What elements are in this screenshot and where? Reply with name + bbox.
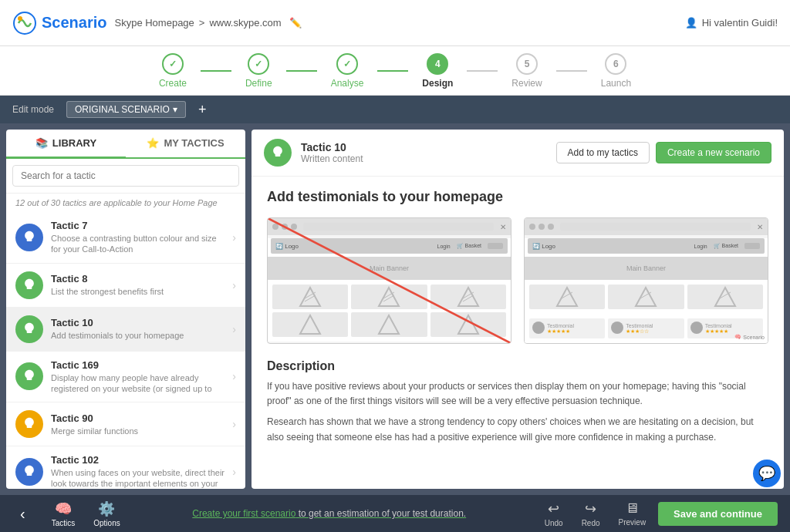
step-line-1	[201, 70, 231, 72]
options-btn[interactable]: ⚙️ Options	[93, 500, 120, 527]
tactic-detail-type: Written content	[301, 153, 547, 164]
tactic-name-169: Tactic 169	[51, 359, 225, 371]
chevron-down-icon: ▾	[173, 104, 177, 115]
wf-before-banner: Main Banner	[268, 257, 511, 280]
step-launch[interactable]: 6 Launch	[587, 53, 645, 89]
tab-library-label: LIBRARY	[52, 137, 96, 149]
wf-stars-3: ★★★★★	[705, 328, 732, 335]
wf-before-grid	[268, 280, 511, 342]
wf-cell-6	[430, 312, 506, 337]
wf-avatar-2	[611, 322, 623, 334]
tactic-detail-title: Tactic 10	[301, 141, 547, 153]
svg-marker-19	[715, 288, 735, 306]
wf-dot-3	[291, 224, 297, 230]
save-continue-btn[interactable]: Save and continue	[658, 502, 778, 526]
tactic-item-7[interactable]: Tactic 7 Choose a contrasting button col…	[6, 212, 245, 264]
tactic-heading: Add testimonials to your homepage	[267, 189, 768, 205]
redo-label: Redo	[582, 519, 600, 527]
breadcrumb-edit-icon[interactable]: ✏️	[289, 17, 302, 29]
tactics-label: Tactics	[52, 519, 76, 527]
search-input[interactable]	[12, 165, 239, 187]
tactic-item-102[interactable]: Tactic 102 When using faces on your webs…	[6, 446, 245, 489]
wf-after-cell-3	[687, 285, 763, 309]
description-section: Description If you have positive reviews…	[267, 359, 768, 445]
wf-testimonial-2: Testimonial ★★★☆☆	[608, 318, 684, 338]
options-icon: ⚙️	[98, 500, 115, 517]
add-to-tactics-btn[interactable]: Add to my tactics	[556, 142, 650, 163]
breadcrumb-site: Skype Homepage	[114, 17, 194, 29]
panel-tabs: 📚 LIBRARY ⭐ MY TACTICS	[6, 130, 245, 159]
tab-my-tactics[interactable]: ⭐ MY TACTICS	[126, 130, 245, 159]
step-line-4	[467, 70, 498, 72]
nav-back-btn[interactable]: ‹	[12, 497, 33, 530]
wf-after-grid	[525, 280, 768, 314]
tactic-item-10[interactable]: Tactic 10 Add testimonials to your homep…	[6, 308, 245, 352]
tactic-arrow-10: ›	[232, 323, 236, 335]
wf-cell-2	[351, 285, 427, 309]
step-review[interactable]: 5 Review	[498, 53, 555, 89]
tactic-item-8[interactable]: Tactic 8 List the strongest benefits fir…	[6, 264, 245, 308]
tactic-item-90[interactable]: Tactic 90 Merge similar functions ›	[6, 402, 245, 446]
edit-bar: Edit mode ORIGINAL SCENARIO ▾ +	[0, 96, 790, 123]
svg-marker-8	[458, 288, 478, 306]
desc-p2: Research has shown that we have a strong…	[267, 415, 768, 444]
breadcrumb-url: www.skype.com	[209, 17, 281, 29]
create-scenario-btn[interactable]: Create a new scenario	[656, 142, 771, 163]
center-suffix: to get an estimation of your test durati…	[295, 508, 466, 519]
wf-testimonials: Testimonial ★★★★★ Testimonial	[525, 314, 768, 343]
step-circle-launch: 6	[605, 53, 626, 75]
step-circle-design: 4	[427, 53, 448, 75]
step-label-review: Review	[511, 78, 542, 89]
tactics-btn[interactable]: 🧠 Tactics	[52, 500, 76, 527]
star-icon: ⭐	[147, 137, 159, 149]
tactic-desc-169: Display how many people have already reg…	[51, 372, 225, 395]
undo-btn[interactable]: ↩ Undo	[538, 500, 569, 527]
bottom-bar: ‹ 🧠 Tactics ⚙️ Options Create your first…	[0, 495, 790, 532]
wf-scenario-label: 🧠Scenario	[734, 334, 765, 340]
step-analyse[interactable]: ✓ Analyse	[317, 53, 378, 89]
step-circle-analyse: ✓	[336, 53, 358, 75]
step-design[interactable]: 4 Design	[408, 53, 467, 89]
nav-left: Scenario Skype Homepage > www.skype.com …	[12, 11, 302, 35]
right-header-actions: Add to my tactics Create a new scenario	[556, 142, 771, 163]
options-label: Options	[93, 519, 120, 527]
step-create[interactable]: ✓ Create	[145, 53, 201, 89]
redo-btn[interactable]: ↪ Redo	[576, 500, 606, 527]
tab-library[interactable]: 📚 LIBRARY	[6, 130, 126, 159]
wf-after-dot-3	[548, 224, 554, 230]
chat-bubble-btn[interactable]: 💬	[753, 460, 781, 487]
preview-btn[interactable]: 🖥 Preview	[613, 500, 653, 527]
bottom-center[interactable]: Create your first scenario to get an est…	[192, 508, 466, 519]
tactic-name-102: Tactic 102	[51, 454, 225, 466]
tactics-icon: 🧠	[55, 500, 72, 517]
svg-line-4	[305, 295, 316, 301]
wf-dot-1	[272, 224, 279, 230]
tactic-item-169[interactable]: Tactic 169 Display how many people have …	[6, 352, 245, 403]
tactic-info-8: Tactic 8 List the strongest benefits fir…	[51, 273, 225, 297]
edit-mode-label: Edit mode	[12, 104, 54, 115]
tactics-list: Tactic 7 Choose a contrasting button col…	[6, 212, 245, 489]
user-icon: 👤	[685, 17, 697, 29]
desc-p1: If you have positive reviews about your …	[267, 379, 768, 409]
svg-marker-5	[379, 288, 399, 306]
preview-label: Preview	[619, 518, 647, 527]
wf-after-cell-1	[529, 285, 605, 309]
right-header: Tactic 10 Written content Add to my tact…	[252, 130, 784, 177]
wf-avatar-1	[532, 322, 545, 334]
svg-line-10	[463, 295, 474, 301]
create-scenario-link[interactable]: Create your first scenario	[192, 508, 295, 519]
svg-marker-17	[636, 288, 656, 306]
step-define[interactable]: ✓ Define	[231, 53, 286, 89]
search-box	[6, 159, 245, 194]
svg-marker-11	[300, 315, 320, 334]
undo-icon: ↩	[548, 500, 559, 517]
wf-after-body: 🔄 Logo Login 🛒 Basket Main Banner	[525, 238, 768, 343]
tactic-info-7: Tactic 7 Choose a contrasting button col…	[51, 220, 225, 255]
wf-before-body: 🔄 Logo Login 🛒 Basket Main Banner	[268, 238, 511, 342]
wf-after-banner: Main Banner	[525, 257, 768, 280]
tactic-arrow-8: ›	[232, 279, 236, 291]
add-scenario-btn[interactable]: +	[198, 103, 207, 116]
scenario-dropdown-btn[interactable]: ORIGINAL SCENARIO ▾	[66, 101, 186, 118]
tactic-arrow-169: ›	[232, 370, 236, 382]
tab-my-tactics-label: MY TACTICS	[164, 137, 224, 149]
